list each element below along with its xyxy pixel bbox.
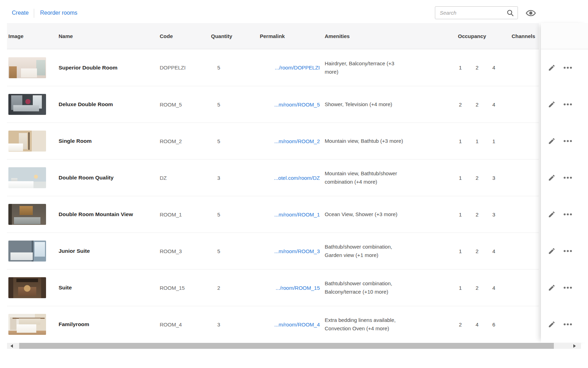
row-actions <box>541 233 588 269</box>
table-row[interactable]: Deluxe Double Room ROOM_5 5 ...m/room/RO… <box>7 86 539 123</box>
toolbar-divider <box>34 9 34 18</box>
room-permalink-link[interactable]: .../room/ROOM_15 <box>276 285 320 291</box>
room-thumbnail <box>8 241 46 262</box>
room-permalink-link[interactable]: ...m/room/ROOM_1 <box>274 212 320 218</box>
pencil-icon <box>548 64 556 72</box>
eye-icon <box>526 9 536 17</box>
room-permalink-cell: ...m/room/ROOM_2 <box>230 123 320 159</box>
room-name: Familyroom <box>59 306 157 343</box>
room-name: Superior Double Room <box>59 49 157 86</box>
table-row[interactable]: Familyroom ROOM_4 3 ...m/room/ROOM_4 Ext… <box>7 306 539 343</box>
table-row[interactable]: Superior Double Room DOPPELZI 5 .../room… <box>7 49 539 86</box>
room-permalink-link[interactable]: ...m/room/ROOM_4 <box>274 322 320 327</box>
occupancy-value-3: 6 <box>486 306 502 343</box>
room-amenities: Bathtub/shower combination, Balcony/terr… <box>325 270 407 306</box>
room-image-cell <box>8 160 57 196</box>
room-thumbnail <box>8 94 46 115</box>
table-row[interactable]: Suite ROOM_15 2 .../room/ROOM_15 Bathtub… <box>7 269 539 306</box>
room-image-cell <box>8 123 57 159</box>
room-code: DOPPELZI <box>160 49 209 86</box>
occupancy-value-2: 2 <box>469 49 485 86</box>
ellipsis-icon <box>564 250 572 252</box>
occupancy-value-2: 2 <box>469 270 485 306</box>
more-actions-button[interactable] <box>562 245 574 257</box>
row-actions <box>541 306 588 343</box>
pencil-icon <box>548 321 556 328</box>
room-name: Single Room <box>59 123 157 159</box>
room-amenities: Shower, Television (+4 more) <box>325 86 407 123</box>
room-name: Junior Suite <box>59 233 157 269</box>
more-actions-button[interactable] <box>562 208 574 220</box>
pencil-icon <box>548 284 556 292</box>
occupancy-value-3: 3 <box>486 196 502 233</box>
occupancy-value-1: 1 <box>453 160 468 196</box>
table-row[interactable]: Single Room ROOM_2 5 ...m/room/ROOM_2 Mo… <box>7 123 539 159</box>
occupancy-value-2: 4 <box>469 306 485 343</box>
pencil-icon <box>548 247 556 255</box>
edit-button[interactable] <box>546 245 558 257</box>
occupancy-value-1: 1 <box>453 270 468 306</box>
occupancy-value-1: 1 <box>453 123 468 159</box>
row-actions <box>541 159 588 196</box>
room-image-cell <box>8 306 57 343</box>
room-amenities: Mountain view, Bathtub/shower combinatio… <box>325 160 407 196</box>
table-header-row: Image Name Code Quantity Permalink Ameni… <box>7 23 539 49</box>
more-actions-button[interactable] <box>562 282 574 294</box>
table-row[interactable]: Double Room Quality DZ 3 ...otel.com/roo… <box>7 159 539 196</box>
edit-button[interactable] <box>546 282 558 294</box>
occupancy-value-2: 2 <box>469 160 485 196</box>
ellipsis-icon <box>564 287 572 289</box>
row-actions <box>541 49 588 86</box>
ellipsis-icon <box>564 67 572 69</box>
room-permalink-link[interactable]: .../room/DOPPELZI <box>275 65 320 71</box>
edit-button[interactable] <box>546 208 558 220</box>
right-triangle-icon <box>573 344 576 348</box>
room-image-cell <box>8 49 57 86</box>
create-link[interactable]: Create <box>12 10 29 16</box>
row-actions <box>541 269 588 306</box>
occupancy-value-3: 4 <box>486 233 502 269</box>
search-input[interactable] <box>435 7 518 19</box>
more-actions-button[interactable] <box>562 318 574 330</box>
edit-button[interactable] <box>546 62 558 74</box>
more-actions-button[interactable] <box>562 135 574 147</box>
edit-button[interactable] <box>546 135 558 147</box>
edit-button[interactable] <box>546 98 558 110</box>
ellipsis-icon <box>564 213 572 215</box>
room-permalink-cell: ...m/room/ROOM_5 <box>230 86 320 123</box>
room-permalink-link[interactable]: ...m/room/ROOM_2 <box>274 138 320 144</box>
scroll-left-button[interactable] <box>7 343 16 349</box>
column-header-permalink: Permalink <box>260 23 285 49</box>
edit-button[interactable] <box>546 318 558 330</box>
room-amenities: Ocean View, Shower (+3 more) <box>325 196 407 233</box>
more-actions-button[interactable] <box>562 172 574 184</box>
reorder-rooms-link[interactable]: Reorder rooms <box>40 10 77 16</box>
search-icon[interactable] <box>507 9 514 16</box>
room-permalink-cell: .../room/DOPPELZI <box>230 49 320 86</box>
column-header-image: Image <box>8 23 23 49</box>
room-permalink-link[interactable]: ...m/room/ROOM_5 <box>274 102 320 108</box>
scrollbar-thumb[interactable] <box>19 343 554 349</box>
room-amenities: Extra bedding linens available, Convecti… <box>325 306 407 343</box>
table-row[interactable]: Double Room Mountain View ROOM_1 5 ...m/… <box>7 196 539 233</box>
scroll-right-button[interactable] <box>570 343 579 349</box>
more-actions-button[interactable] <box>562 98 574 110</box>
horizontal-scrollbar[interactable] <box>7 343 581 349</box>
room-permalink-link[interactable]: ...otel.com/room/DZ <box>274 175 320 181</box>
more-actions-button[interactable] <box>562 62 574 74</box>
rooms-table: Image Name Code Quantity Permalink Ameni… <box>7 23 539 343</box>
room-permalink-cell: ...m/room/ROOM_3 <box>230 233 320 269</box>
column-header-channels: Channels <box>512 23 535 49</box>
table-row[interactable]: Junior Suite ROOM_3 5 ...m/room/ROOM_3 B… <box>7 233 539 269</box>
room-thumbnail <box>8 57 46 78</box>
room-permalink-cell: .../room/ROOM_15 <box>230 270 320 306</box>
room-code: ROOM_5 <box>160 86 209 123</box>
room-permalink-link[interactable]: ...m/room/ROOM_3 <box>274 248 320 254</box>
row-actions-panel <box>541 23 588 343</box>
edit-button[interactable] <box>546 172 558 184</box>
pencil-icon <box>548 211 556 218</box>
visibility-toggle-button[interactable] <box>525 8 537 17</box>
ellipsis-icon <box>564 177 572 179</box>
row-actions <box>541 196 588 233</box>
occupancy-value-1: 1 <box>453 233 468 269</box>
